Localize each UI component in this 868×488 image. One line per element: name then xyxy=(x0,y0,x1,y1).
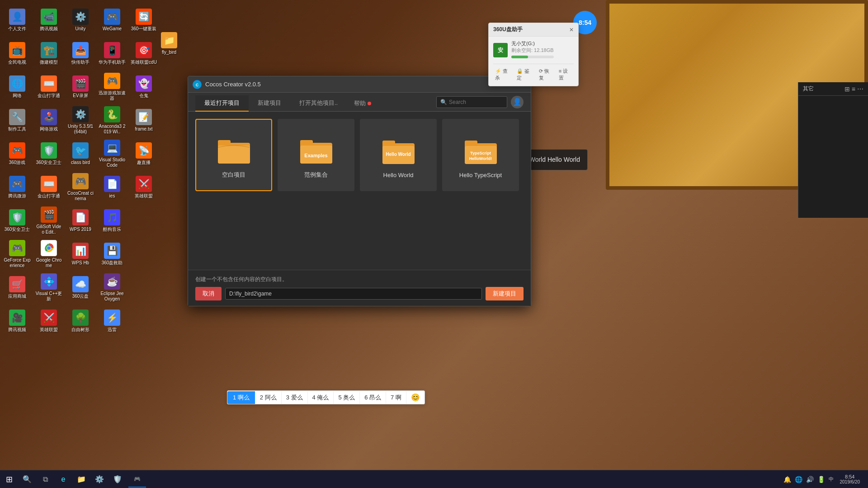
icon-wangluo[interactable]: 🌐 网络 xyxy=(2,70,33,103)
icon-360cloud[interactable]: ☁️ 360云盘 xyxy=(65,271,96,304)
tray-battery[interactable]: 🔋 xyxy=(816,476,826,483)
action-settings[interactable]: ≡ 设置 xyxy=(557,67,574,82)
icon-googlechrome[interactable]: Google Chrome xyxy=(33,238,64,270)
icon-wode[interactable]: 👤 个人文件 xyxy=(2,4,33,36)
icon-wange[interactable]: 🎮 腾讯微游 xyxy=(2,171,33,203)
search-input[interactable] xyxy=(449,99,503,105)
tray-network[interactable]: 🌐 xyxy=(794,476,803,483)
taskbar: ⊞ 🔍 ⧉ e 📁 ⚙️ 🛡️ 🎮 🔔 🌐 🔊 🔋 中 8:54 2019/6/… xyxy=(0,470,868,488)
icon-flybird-desktop[interactable]: 📁 fly_bird xyxy=(154,27,184,60)
tab-open-other[interactable]: 打开其他项目.. xyxy=(290,95,347,112)
icon-dianshi[interactable]: 📺 全民电视 xyxy=(2,37,33,70)
tab-recent-projects[interactable]: 最近打开项目 xyxy=(195,95,249,112)
icon-jinshan2[interactable]: ⌨️ 金山打字通 xyxy=(33,171,64,203)
icon-anaconda[interactable]: 🐍 Anaconda3 2019 Wi.. xyxy=(97,104,127,136)
taskbar-settings-btn[interactable]: ⚙️ xyxy=(90,470,108,488)
icon-ies[interactable]: 📄 ies xyxy=(97,171,127,203)
tab-help[interactable]: 帮助 xyxy=(347,96,378,111)
icon-yinxiong[interactable]: ⚔️ 英雄联盟 xyxy=(33,305,64,337)
icon-weiyou[interactable]: 🕹️ 网络游戏 xyxy=(33,104,64,136)
icon-huaweiphone[interactable]: 📱 华为手机助手 xyxy=(97,37,127,70)
ime-candidate-5[interactable]: 5 奥么 xyxy=(333,391,359,404)
icon-tengxun[interactable]: 🎥 腾讯视频 xyxy=(2,305,33,337)
start-button[interactable]: ⊞ xyxy=(0,470,18,488)
icon-youxi[interactable]: 🎮 迅游游戏加速器 xyxy=(97,70,127,103)
clock-time: 8:54 xyxy=(579,19,591,26)
tray-ime[interactable]: 中 xyxy=(828,476,835,483)
icon-classbird[interactable]: 🐦 class bird xyxy=(65,137,96,170)
icon-360panjiu[interactable]: 💾 360盘救助 xyxy=(97,238,127,270)
icon-visual[interactable]: 💠 Visual C++更新 xyxy=(33,271,64,304)
svg-text:TypeScript: TypeScript xyxy=(470,151,491,155)
tray-notification[interactable]: 🔔 xyxy=(783,476,792,483)
icon-zhizuo[interactable]: 🔧 制作工具 xyxy=(2,104,33,136)
project-card-helloworld[interactable]: Hello World Hello World xyxy=(360,119,437,191)
icon-wps[interactable]: 📄 WPS 2019 xyxy=(65,204,96,237)
typescript-icon: TypeScript HelloWorld! xyxy=(462,132,499,168)
ime-emoji-btn[interactable]: 😊 xyxy=(406,391,425,404)
project-card-examples[interactable]: Examples 范例集合 xyxy=(278,119,354,191)
icon-gilisoft[interactable]: 🎬 GiliSoft Video Edit.. xyxy=(33,204,64,237)
list-view-icon[interactable]: ≡ xyxy=(852,85,855,93)
tab-new-project[interactable]: 新建项目 xyxy=(249,95,290,112)
action-scan[interactable]: ⚡ 查杀 xyxy=(493,67,513,82)
taskbar-taskview-btn[interactable]: ⧉ xyxy=(36,470,54,488)
helloworld-label: Hello World xyxy=(383,172,414,178)
popup-drive-info: 安 无小艾(G:) 剩余空间: 12.18GB xyxy=(493,40,574,60)
icon-360you[interactable]: 🎮 360游戏 xyxy=(2,137,33,170)
user-avatar[interactable]: 👤 xyxy=(511,96,524,108)
icon-360safe[interactable]: 🛡️ 360安全卫士 xyxy=(2,204,33,237)
search-box: 🔍 xyxy=(436,96,507,108)
icon-ruanjian[interactable]: 🛒 应用商城 xyxy=(2,271,33,304)
usb-icon: 安 xyxy=(493,43,508,57)
taskbar-app-cocos[interactable]: 🎮 xyxy=(128,471,146,488)
search-icon: 🔍 xyxy=(440,99,447,105)
ime-candidate-1[interactable]: 1 啊么 xyxy=(227,391,255,404)
ime-candidate-2[interactable]: 2 阿么 xyxy=(255,391,281,404)
taskbar-shield-btn[interactable]: 🛡️ xyxy=(108,470,127,488)
icon-wame[interactable]: 🎮 WeGame xyxy=(97,4,127,36)
tray-volume[interactable]: 🔊 xyxy=(805,476,815,483)
taskbar-explorer-btn[interactable]: 📁 xyxy=(72,470,90,488)
path-input[interactable] xyxy=(225,288,482,300)
ime-candidate-3[interactable]: 3 爱么 xyxy=(281,391,307,404)
icon-cangui[interactable]: 👻 仓鬼 xyxy=(128,70,159,103)
taskbar-edge-btn[interactable]: e xyxy=(54,470,72,488)
ime-candidate-7[interactable]: 7 啊 xyxy=(386,391,406,404)
icon-kugou[interactable]: 🎵 酷狗音乐 xyxy=(97,204,127,237)
icon-weijian[interactable]: 🏗️ 微建模型 xyxy=(33,37,64,70)
icon-wps2[interactable]: 📊 WPS Hb xyxy=(65,238,96,270)
cocos-logo: C xyxy=(193,80,202,89)
project-card-typescript[interactable]: TypeScript HelloWorld! Hello TypeScript xyxy=(442,119,519,191)
ime-candidate-6[interactable]: 6 昂么 xyxy=(359,391,386,404)
icon-quzhubo[interactable]: 📡 趣直播 xyxy=(128,137,159,170)
create-project-button[interactable]: 新建项目 xyxy=(486,287,524,300)
ime-candidate-4[interactable]: 4 俺么 xyxy=(307,391,334,404)
icon-tengxunshi[interactable]: 📹 腾讯视频 xyxy=(33,4,64,36)
popup-close-btn[interactable]: ✕ xyxy=(569,27,574,33)
action-verify[interactable]: 🔒 鉴定 xyxy=(515,67,535,82)
icon-unity2[interactable]: ⚙️ Unity 5.3.5f1 (64bit) xyxy=(65,104,96,136)
action-restore[interactable]: ⟳ 恢复 xyxy=(537,67,555,82)
more-icon[interactable]: ⋯ xyxy=(857,85,863,93)
cancel-button[interactable]: 取消 xyxy=(195,287,222,300)
icon-unity[interactable]: ⚙️ Unity xyxy=(65,4,96,36)
icon-yingxiong2[interactable]: ⚔️ 英雄联盟 xyxy=(128,171,159,203)
icon-treenote[interactable]: 🌳 自由树形 xyxy=(65,305,96,337)
icon-eclipse[interactable]: ☕ Eclipse Jee Oxygen xyxy=(97,271,127,304)
project-grid: 空白项目 Examples 范例集合 xyxy=(188,112,531,270)
icon-xunlei[interactable]: ⚡ 迅雷 xyxy=(97,305,127,337)
taskbar-search-btn[interactable]: 🔍 xyxy=(18,470,36,488)
icon-kuaichuan[interactable]: 📤 快传助手 xyxy=(65,37,96,70)
icon-frametxt[interactable]: 📝 frame.txt xyxy=(128,104,159,136)
icon-evplusliu[interactable]: 🎬 EV录屏 xyxy=(65,70,96,103)
grid-view-icon[interactable]: ⊞ xyxy=(844,85,850,93)
project-card-blank[interactable]: 空白项目 xyxy=(195,119,272,191)
tab-search: 🔍 👤 xyxy=(436,93,524,111)
taskbar-clock[interactable]: 8:54 2019/6/20 xyxy=(836,474,864,484)
icon-visualstudio[interactable]: 💻 Visual Studio Code xyxy=(97,137,127,170)
icon-geforce[interactable]: 🎮 GeForce Experience xyxy=(2,238,33,270)
icon-jinshan[interactable]: ⌨️ 金山打字通 xyxy=(33,70,64,103)
icon-cocosc[interactable]: 🎮 CocoCreat cinema xyxy=(65,171,96,203)
icon-360anjian[interactable]: 🛡️ 360安全卫士 xyxy=(33,137,64,170)
